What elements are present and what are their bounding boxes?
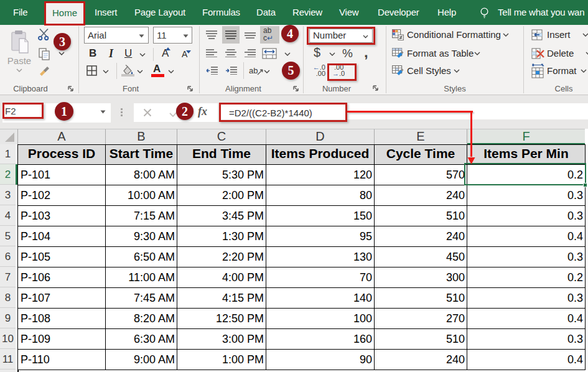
- svg-text:ab: ab: [249, 66, 258, 75]
